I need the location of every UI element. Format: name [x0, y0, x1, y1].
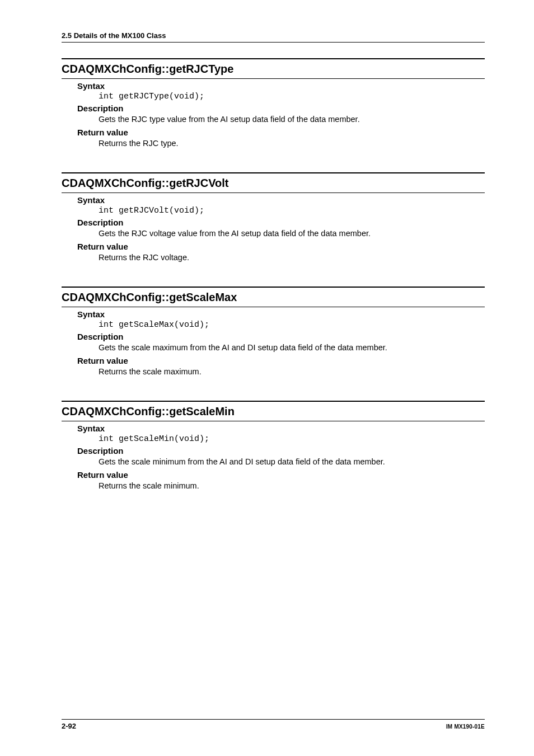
section-title: CDAQMXChConfig::getRJCType	[62, 58, 485, 79]
sub-heading: Syntax	[77, 309, 485, 319]
code-line: int getRJCType(void);	[99, 92, 485, 101]
body-text: Returns the RJC type.	[99, 138, 485, 149]
api-section: CDAQMXChConfig::getScaleMaxSyntaxint get…	[62, 287, 485, 377]
sub-heading: Return value	[77, 470, 485, 480]
body-text: Gets the scale minimum from the AI and D…	[99, 457, 485, 468]
body-text: Gets the RJC voltage value from the AI s…	[99, 228, 485, 240]
body-text: Gets the scale maximum from the AI and D…	[99, 342, 485, 354]
page-footer: 2-92 IM MX190-01E	[62, 719, 485, 730]
sub-heading: Return value	[77, 242, 485, 251]
body-text: Returns the scale minimum.	[99, 481, 485, 492]
api-section: CDAQMXChConfig::getRJCVoltSyntaxint getR…	[62, 172, 485, 263]
code-line: int getScaleMax(void);	[99, 320, 485, 330]
sub-heading: Syntax	[77, 81, 485, 91]
breadcrumb-text: 2.5 Details of the MX100 Class	[62, 31, 166, 40]
page-header: 2.5 Details of the MX100 Class	[62, 31, 485, 43]
sub-heading: Return value	[77, 356, 485, 365]
api-section: CDAQMXChConfig::getScaleMinSyntaxint get…	[62, 401, 485, 491]
sub-heading: Syntax	[77, 424, 485, 433]
section-title: CDAQMXChConfig::getScaleMax	[62, 287, 485, 307]
sub-heading: Return value	[77, 128, 485, 137]
body-text: Gets the RJC type value from the AI setu…	[99, 114, 485, 125]
body-text: Returns the scale maximum.	[99, 367, 485, 378]
sub-heading: Description	[77, 218, 485, 227]
code-line: int getRJCVolt(void);	[99, 206, 485, 215]
sub-heading: Description	[77, 446, 485, 456]
body-text: Returns the RJC voltage.	[99, 252, 485, 264]
document-id: IM MX190-01E	[446, 724, 485, 730]
sub-heading: Syntax	[77, 195, 485, 205]
sub-heading: Description	[77, 332, 485, 341]
code-line: int getScaleMin(void);	[99, 434, 485, 444]
sub-heading: Description	[77, 104, 485, 113]
page-number: 2-92	[62, 722, 76, 730]
section-title: CDAQMXChConfig::getRJCVolt	[62, 172, 485, 193]
section-title: CDAQMXChConfig::getScaleMin	[62, 401, 485, 421]
api-section: CDAQMXChConfig::getRJCTypeSyntaxint getR…	[62, 58, 485, 149]
